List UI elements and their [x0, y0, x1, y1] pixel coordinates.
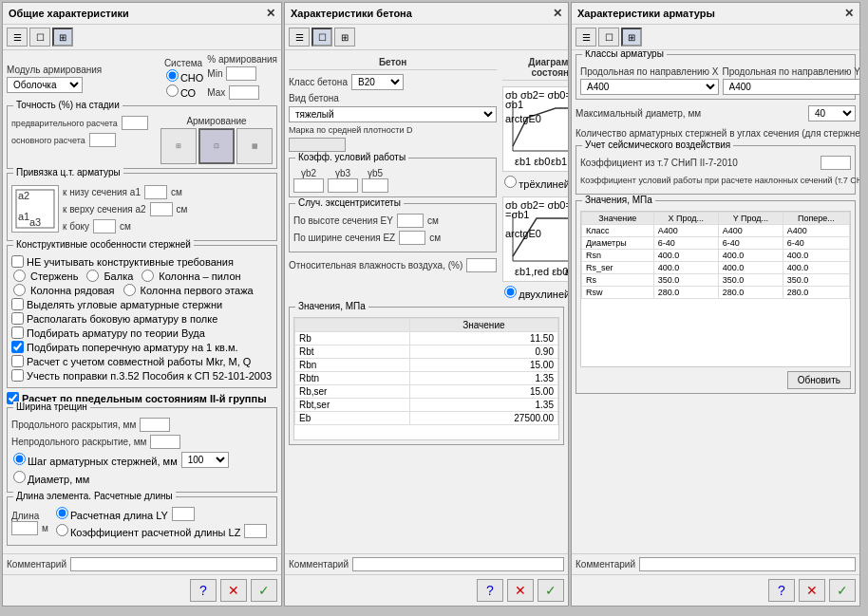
pitch-radio[interactable]	[13, 453, 26, 465]
col-row-radio[interactable]	[13, 284, 26, 296]
toolbar3-btn1[interactable]: ☰	[576, 28, 596, 47]
toolbar2-btn3[interactable]: ⊞	[334, 28, 355, 47]
help-btn2[interactable]: ?	[477, 579, 503, 602]
section-diagram: a2a1a3	[11, 185, 59, 233]
svg-text:a3: a3	[29, 216, 41, 228]
cancel-btn3[interactable]: ✕	[799, 579, 825, 602]
coef7-input[interactable]: 1	[821, 156, 851, 170]
svg-text:a1: a1	[18, 211, 29, 222]
check11[interactable]	[11, 355, 24, 367]
panel2-close[interactable]: ✕	[553, 7, 562, 20]
toolbar-btn3[interactable]: ⊞	[52, 28, 73, 47]
ok-btn1[interactable]: ✓	[251, 579, 277, 602]
panel2-comment: Комментарий Характеристики бетона	[285, 553, 568, 574]
pitch-select[interactable]: 100	[181, 452, 229, 468]
help-btn1[interactable]: ?	[190, 579, 217, 602]
help-btn3[interactable]: ?	[768, 579, 795, 602]
diam-radio[interactable]	[13, 471, 26, 483]
rebar-img2[interactable]: ⊡	[198, 128, 235, 164]
comment3-input[interactable]	[639, 557, 856, 571]
b3-input[interactable]: 0.85	[328, 178, 358, 193]
co-radio[interactable]	[166, 84, 179, 97]
rebar-img3[interactable]: ▦	[236, 128, 273, 164]
ey-input[interactable]: 0	[397, 214, 424, 228]
check9[interactable]	[11, 327, 24, 339]
b5-input[interactable]: 1	[362, 178, 388, 193]
a1-input[interactable]: 3	[144, 185, 167, 199]
diagram2: σb σb2= σb0=Rb =σb1 εb1,red εb0 εb2 arct…	[502, 196, 568, 282]
svg-text:εb1 εb0: εb1 εb0	[515, 156, 550, 167]
ok-btn2[interactable]: ✓	[538, 579, 564, 602]
rebar-values-table: ЗначениеX Прод...Y Прод...Попере... Клас…	[581, 212, 850, 299]
panel2-title: Характеристики бетона ✕	[285, 3, 568, 25]
length-title: Длина элемента. Расчетные длины	[13, 491, 176, 501]
constr-title: Конструктивные особенности стержней	[13, 239, 194, 250]
concrete-table[interactable]: Значение Rb11.50Rbt0.90Rbn15.00Rbtn1.35R…	[293, 317, 559, 440]
balka-radio[interactable]	[86, 270, 99, 282]
cancel-btn1[interactable]: ✕	[220, 579, 247, 602]
ok-btn3[interactable]: ✓	[829, 579, 856, 602]
constr-group: Конструктивные особенности стержней НЕ у…	[7, 245, 277, 388]
check8[interactable]	[11, 312, 24, 325]
svg-text:σb1: σb1	[505, 99, 523, 110]
ly-input[interactable]: 1	[172, 507, 195, 521]
check10[interactable]	[11, 341, 24, 353]
values-group3: Значения, МПа ЗначениеX Прод...Y Прод...…	[576, 200, 856, 394]
density-input[interactable]: 800	[289, 138, 346, 152]
panel1-title: Общие характеристики ✕	[3, 3, 281, 25]
a2-input[interactable]: 3	[150, 202, 173, 216]
long-x-select[interactable]: A400	[580, 79, 719, 95]
nonlong-crack-input[interactable]: 0.4	[150, 435, 180, 449]
main-input[interactable]: 1	[89, 133, 116, 147]
ly-radio[interactable]	[56, 507, 68, 519]
toolbar3-btn2[interactable]: ☐	[598, 28, 619, 47]
comment1-input[interactable]: Общие характеристики	[70, 557, 277, 571]
length-input[interactable]: 0	[11, 521, 38, 535]
toolbar-btn2[interactable]: ☐	[29, 28, 50, 47]
b2-input[interactable]: 0.9	[293, 178, 324, 193]
concrete-values-table: Значение Rb11.50Rbt0.90Rbn15.00Rbtn1.35R…	[294, 318, 558, 425]
table-row: Rbt,ser1.35	[295, 399, 558, 412]
svg-text:arctgE0: arctgE0	[505, 228, 541, 239]
cho-radio-label[interactable]: СНО	[164, 69, 203, 84]
update-btn[interactable]: Обновить	[787, 371, 851, 389]
comment2-input[interactable]: Характеристики бетона	[352, 557, 564, 571]
panel2-content: Бетон Класс бетона B20 Вид бетона тяжелы…	[285, 50, 568, 553]
table-row: Rb11.50	[295, 332, 558, 345]
col-first-radio[interactable]	[123, 284, 136, 296]
long-y-select[interactable]: A400	[723, 79, 859, 95]
check1[interactable]	[11, 255, 24, 268]
concrete-class-select[interactable]: B20	[351, 74, 404, 90]
lz-input[interactable]: 1	[244, 524, 267, 538]
concrete-type-select[interactable]: тяжелый	[289, 106, 497, 122]
a3-input[interactable]	[93, 219, 116, 233]
max-input[interactable]: 10	[229, 85, 259, 100]
rebar-img1[interactable]: ⊞	[160, 128, 197, 164]
co-radio-label[interactable]: СО	[164, 84, 203, 99]
toolbar2-btn1[interactable]: ☰	[289, 28, 310, 47]
binding-title: Привязка ц.т. арматуры	[13, 167, 123, 177]
ez-input[interactable]: 0	[399, 231, 425, 245]
toolbar2-btn2[interactable]: ☐	[311, 28, 332, 47]
humidity-input[interactable]: 80	[466, 258, 497, 272]
cancel-btn2[interactable]: ✕	[507, 579, 534, 602]
module-select[interactable]: Оболочка	[7, 77, 83, 93]
toolbar3-btn3[interactable]: ⊞	[621, 28, 642, 47]
bilinear-radio[interactable]	[504, 286, 517, 298]
min-input[interactable]: 0.05	[226, 66, 256, 81]
panel3-bottom: ? ✕ ✓	[572, 574, 859, 606]
check12[interactable]	[11, 369, 24, 382]
panel3-close[interactable]: ✕	[844, 7, 854, 20]
max-diam-select[interactable]: 40	[808, 105, 856, 121]
pilon-radio[interactable]	[142, 270, 154, 282]
toolbar-btn1[interactable]: ☰	[7, 28, 28, 47]
check7[interactable]	[11, 298, 24, 310]
prelim-input[interactable]: 20	[122, 116, 148, 130]
cho-radio[interactable]	[166, 69, 179, 82]
panel1-close[interactable]: ✕	[266, 7, 275, 20]
long-crack-input[interactable]: 0.3	[140, 418, 170, 432]
lz-radio[interactable]	[56, 524, 68, 536]
sterzhen-radio[interactable]	[13, 270, 26, 282]
trilinear-radio[interactable]	[504, 176, 517, 188]
rebar-table[interactable]: ЗначениеX Прод...Y Прод...Попере... Клас…	[580, 211, 851, 367]
